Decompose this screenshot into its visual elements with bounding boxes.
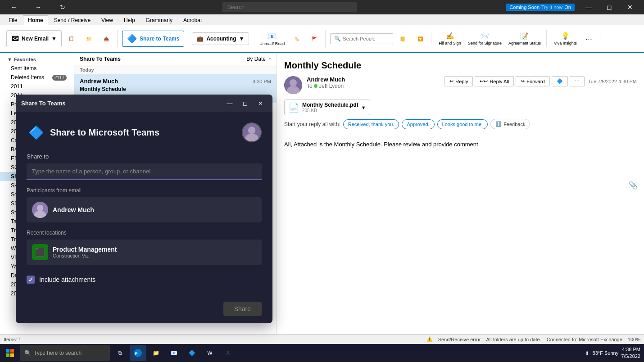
participant-item[interactable]: Andrew Much [27, 197, 262, 222]
location-item[interactable]: ⬛ Product Management Construction Viz [27, 240, 262, 265]
minimize-btn[interactable]: — [578, 0, 599, 14]
quick-reply-looks-good[interactable]: Looks good to me. [437, 119, 488, 129]
copy-btn[interactable]: 📤 [98, 35, 114, 43]
include-attachments-label: Include attachments [39, 276, 95, 283]
ribbon: ✉ New Email ▼ 📋 📁 📤 🔷 Share to Teams 💼 A… [0, 25, 644, 53]
sidebar-item-2011[interactable]: 2011 [0, 82, 74, 91]
email-sender: Andrew Much [80, 78, 118, 85]
share-to-teams-button[interactable]: 🔷 Share to Teams [122, 31, 184, 47]
tab-acrobat[interactable]: Acrobat [178, 15, 207, 25]
forward-button[interactable]: ↪ Forward [516, 76, 549, 86]
tab-home[interactable]: Home [23, 15, 48, 25]
reading-pane-content: Monthly Schedule Andrew Much To [277, 53, 644, 133]
include-attachments-checkbox[interactable]: ✓ [27, 276, 35, 284]
outlook-btn[interactable]: 📧 [166, 345, 182, 361]
modal-body: 🔷 Share to Microsoft Teams Share to Part… [16, 112, 272, 294]
send-signature-btn[interactable]: 📨 Send for Signature [465, 30, 504, 47]
favorites-label: Favorites [14, 57, 36, 62]
teams-icon: 🔷 [127, 34, 137, 44]
location-info: Product Management Construction Viz [53, 246, 117, 258]
taskbar-left: 🔍 Type here to search ⧉ e 📁 📧 🔷 W X [0, 345, 236, 361]
teams-action-icon: 🔷 [557, 78, 563, 84]
refresh-btn[interactable]: ↻ [52, 0, 73, 14]
tab-send-receive[interactable]: Send / Receive [49, 15, 95, 25]
archive-btn[interactable]: 📁 [81, 35, 97, 43]
share-to-input[interactable] [27, 163, 262, 180]
share-button[interactable]: Share [223, 302, 262, 316]
address-book-btn[interactable]: 📒 [395, 35, 411, 43]
reply-all-button[interactable]: ↩↩ Reply All [475, 76, 514, 86]
tab-grammarly[interactable]: Grammarly [141, 15, 177, 25]
modal-close-btn[interactable]: ✕ [254, 98, 267, 108]
teams-taskbar-btn[interactable]: 🔷 [184, 345, 200, 361]
email-list-controls: By Date ↑ [246, 56, 271, 62]
move-btn[interactable]: 📋 [63, 34, 79, 44]
tab-file[interactable]: File [4, 15, 22, 25]
flag-btn[interactable]: 🚩 [306, 35, 322, 43]
attachment-dropdown-icon[interactable]: ▼ [361, 105, 366, 110]
search-taskbar-label: Type here to search [34, 350, 82, 356]
taskbar-clock: 4:38 PM 7/5/2022 [621, 346, 640, 360]
accounting-label: Accounting [206, 36, 236, 42]
titlebar-controls: — ◻ ✕ [578, 0, 640, 14]
email-list-title: Share To Teams [80, 56, 121, 62]
categorize-btn[interactable]: 🏷️ [289, 35, 305, 43]
explorer-btn[interactable]: 📁 [148, 345, 164, 361]
sidebar-item-sent[interactable]: Sent Items [0, 64, 74, 73]
search-people-input-container: 🔍 [330, 33, 393, 44]
participant-avatar [32, 202, 48, 218]
reading-meta-row: Andrew Much To Jeff Lydon ↩ Reply [284, 76, 637, 94]
modal-minimize-btn[interactable]: — [223, 98, 236, 108]
word-btn[interactable]: W [202, 345, 218, 361]
back-btn[interactable]: ← [4, 0, 24, 14]
viva-insights-label: Viva Insights [554, 41, 577, 45]
new-email-button[interactable]: ✉ New Email ▼ [6, 30, 62, 47]
attachment-pill[interactable]: 📄 Monthly Schedule.pdf 205 KB ▼ [284, 100, 370, 115]
teams-action-button[interactable]: 🔷 [552, 76, 568, 86]
quick-reply-approved[interactable]: Approved. [402, 119, 434, 129]
reply-button[interactable]: ↩ Reply [444, 76, 473, 86]
task-view-btn[interactable]: ⧉ [112, 345, 128, 361]
sidebar-item-deleted[interactable]: Deleted Items 2117 [0, 73, 74, 82]
new-email-label: New Email [22, 36, 49, 42]
feedback-button[interactable]: ℹ️ Feedback [490, 119, 530, 129]
accounting-button[interactable]: 💼 Accounting ▼ [192, 32, 249, 45]
more-btn[interactable]: ⋯ [581, 33, 597, 45]
forward-btn[interactable]: → [28, 0, 49, 14]
folders-status: All folders are up to date. [486, 337, 541, 342]
tab-view[interactable]: View [96, 15, 118, 25]
location-sub: Construction Viz [53, 253, 117, 258]
modal-maximize-btn[interactable]: ◻ [238, 98, 252, 108]
filter-btn[interactable]: 🔽 [412, 35, 428, 43]
quick-reply-label: Start your reply all with: [284, 121, 340, 127]
unread-read-button[interactable]: 📧 Unread/ Read [257, 30, 287, 48]
reading-meta-info: Andrew Much To Jeff Lydon [307, 76, 345, 89]
sort-direction-icon[interactable]: ↑ [268, 56, 271, 62]
titlebar-search[interactable] [222, 2, 357, 12]
agreement-status-btn[interactable]: 📝 Agreement Status [506, 30, 544, 47]
search-people-input[interactable] [343, 36, 392, 41]
more-actions-button[interactable]: ⋯ [570, 76, 585, 86]
tab-help[interactable]: Help [119, 15, 140, 25]
sidebar-header-favorites[interactable]: ▼ Favorites [0, 55, 74, 64]
ribbon-group-search: 🔍 📒 🔽 [327, 33, 431, 44]
fill-sign-btn[interactable]: ✍ Fill and Sign [436, 30, 464, 47]
reading-pane: Monthly Schedule Andrew Much To [277, 53, 644, 334]
edge-btn[interactable]: e [130, 345, 146, 361]
avatar-image [284, 76, 302, 94]
close-btn[interactable]: ✕ [620, 0, 640, 14]
by-date-label[interactable]: By Date [246, 56, 266, 62]
svg-point-1 [290, 79, 297, 86]
search-taskbar-btn[interactable]: 🔍 Type here to search [20, 345, 110, 361]
quick-reply-received[interactable]: Received, thank you. [343, 119, 399, 129]
excel-btn[interactable]: X [220, 345, 236, 361]
checkmark-icon: ✓ [28, 276, 33, 283]
start-button[interactable] [2, 345, 18, 361]
forward-label: Forward [526, 79, 544, 84]
filter-icon: 🔽 [417, 36, 423, 41]
viva-insights-btn[interactable]: 💡 Viva Insights [551, 30, 580, 47]
more-icon: ⋯ [585, 35, 592, 43]
teams-logo-svg: 🔷 [27, 123, 45, 141]
restore-btn[interactable]: ◻ [599, 0, 620, 14]
ribbon-group-new: ✉ New Email ▼ 📋 📁 📤 [4, 30, 118, 47]
